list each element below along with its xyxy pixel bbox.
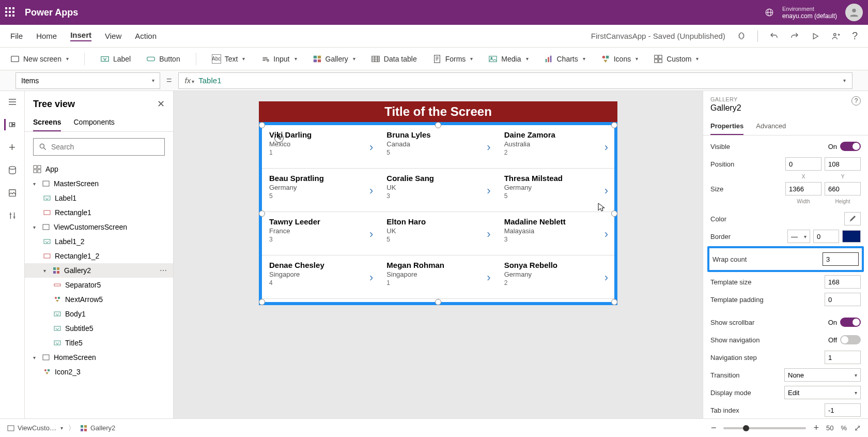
gallery-cell[interactable]: Megan Rohman Singapore 1 › — [379, 255, 497, 299]
chevron-right-icon[interactable]: › — [369, 228, 373, 241]
avatar[interactable] — [845, 4, 863, 21]
tree-node-subtitle5[interactable]: Subtitle5 — [25, 321, 173, 336]
border-style[interactable]: — ▾ — [787, 230, 810, 243]
gallery-dropdown[interactable]: Gallery▾ — [313, 54, 355, 64]
share-icon[interactable] — [831, 32, 841, 41]
hamburger-icon[interactable] — [7, 96, 18, 108]
close-icon[interactable]: ✕ — [157, 98, 165, 110]
tree-node-rect1[interactable]: Rectangle1 — [25, 205, 173, 220]
advanced-tools-icon[interactable] — [7, 210, 18, 221]
border-width[interactable]: 0 — [813, 230, 839, 243]
color-picker[interactable] — [844, 212, 861, 225]
help-icon[interactable]: ? — [851, 96, 861, 106]
chevron-right-icon[interactable]: › — [487, 184, 490, 198]
chevron-right-icon[interactable]: › — [605, 271, 608, 284]
menu-view[interactable]: View — [105, 32, 121, 40]
insert-pane-icon[interactable]: + — [7, 142, 18, 153]
app-launcher-icon[interactable] — [5, 7, 16, 18]
chevron-right-icon[interactable]: › — [605, 184, 608, 198]
gallery-cell[interactable]: Sonya Rebello Germany 2 › — [497, 255, 614, 299]
button-button[interactable]: Button — [146, 54, 180, 64]
gallery-cell[interactable]: Tawny Leeder France 3 › — [262, 212, 379, 255]
redo-icon[interactable] — [790, 32, 799, 41]
template-padding-input[interactable]: 0 — [825, 293, 861, 306]
gallery-cell[interactable]: Denae Chesley Singapore 4 › — [262, 255, 379, 299]
more-icon[interactable]: ⋯ — [160, 266, 168, 275]
media-dropdown[interactable]: Media▾ — [488, 54, 528, 64]
size-w-input[interactable]: 1366 — [785, 182, 822, 195]
tab-index-input[interactable]: -1 — [825, 403, 861, 417]
display-mode-select[interactable]: Edit▾ — [784, 386, 861, 399]
tab-advanced[interactable]: Advanced — [756, 118, 786, 135]
tree-node-label1-2[interactable]: Label1_2 — [25, 234, 173, 249]
zoom-out-icon[interactable]: − — [711, 423, 717, 433]
menu-home[interactable]: Home — [36, 32, 57, 40]
input-dropdown[interactable]: Input▾ — [260, 54, 297, 64]
charts-dropdown[interactable]: Charts▾ — [544, 54, 585, 64]
gallery-cell[interactable]: ✎ Viki Darling Mexico 1 › — [262, 125, 379, 169]
template-size-input[interactable]: 168 — [825, 275, 861, 289]
pos-y-input[interactable]: 108 — [825, 157, 861, 171]
play-icon[interactable] — [811, 32, 820, 41]
tree-node-sep5[interactable]: Separator5 — [25, 278, 173, 292]
tree-node-icon2-3[interactable]: Icon2_3 — [25, 365, 173, 379]
tree-node-nextarrow5[interactable]: NextArrow5 — [25, 292, 173, 307]
new-screen-button[interactable]: New screen▾ — [10, 54, 69, 64]
navigation-toggle[interactable] — [840, 335, 861, 344]
zoom-in-icon[interactable]: + — [813, 423, 819, 433]
gallery-cell[interactable]: Madaline Neblett Malayasia 3 › — [497, 212, 614, 255]
transition-select[interactable]: None▾ — [784, 368, 861, 382]
tab-components[interactable]: Components — [73, 114, 114, 131]
tree-search[interactable] — [33, 138, 165, 156]
datatable-button[interactable]: Data table — [371, 54, 417, 64]
breadcrumb-gallery[interactable]: Gallery2 — [80, 424, 115, 432]
tree-node-body1[interactable]: Body1 — [25, 307, 173, 321]
chevron-right-icon[interactable]: › — [487, 228, 490, 241]
chevron-right-icon[interactable]: › — [605, 141, 608, 154]
tab-screens[interactable]: Screens — [33, 114, 61, 131]
menu-action[interactable]: Action — [135, 32, 157, 40]
gallery-cell[interactable]: Daine Zamora Australia 2 › — [497, 125, 614, 169]
tree-node-title5[interactable]: Title5 — [25, 336, 173, 350]
tree-node-home[interactable]: ▾HomeScreen — [25, 350, 173, 365]
tree-node-viewcust[interactable]: ▾ViewCustomersScreen — [25, 220, 173, 234]
chevron-right-icon[interactable]: › — [369, 141, 373, 154]
size-h-input[interactable]: 660 — [825, 182, 861, 195]
tree-node-gallery2[interactable]: ▾Gallery2⋯ — [25, 263, 173, 278]
breadcrumb-screen[interactable]: ViewCusto…▾ — [7, 424, 63, 432]
help-icon[interactable]: ? — [852, 30, 858, 42]
scrollbar-toggle[interactable] — [840, 318, 861, 327]
app-checker-icon[interactable] — [737, 32, 746, 41]
wrap-count-input[interactable]: 3 — [823, 252, 859, 266]
label-button[interactable]: Label — [100, 54, 131, 64]
gallery-cell[interactable]: Coralie Sang UK 3 › — [379, 169, 497, 212]
chevron-right-icon[interactable]: › — [487, 271, 490, 284]
data-icon[interactable] — [7, 164, 18, 176]
formula-input[interactable]: fx▾ Table1 ▾ — [178, 72, 853, 89]
gallery-cell[interactable]: Bruna Lyles Canada 5 › — [379, 125, 497, 169]
icons-dropdown[interactable]: Icons▾ — [601, 54, 638, 64]
zoom-slider[interactable] — [723, 427, 806, 429]
border-color[interactable] — [842, 230, 861, 243]
visible-toggle[interactable] — [840, 142, 861, 151]
tree-node-app[interactable]: App — [25, 162, 173, 176]
text-dropdown[interactable]: AbcText▾ — [212, 54, 245, 64]
undo-icon[interactable] — [769, 32, 779, 41]
tree-node-master[interactable]: ▾MasterScreen — [25, 176, 173, 191]
menu-insert[interactable]: Insert — [70, 31, 91, 41]
gallery-cell[interactable]: Thresa Milstead Germany 5 › — [497, 169, 614, 212]
gallery-selection[interactable]: ✎ Viki Darling Mexico 1 › Bruna Lyles Ca… — [259, 122, 617, 305]
nav-step-input[interactable]: 1 — [825, 351, 861, 364]
tree-node-label1[interactable]: Label1 — [25, 191, 173, 205]
menu-file[interactable]: File — [10, 32, 23, 40]
chevron-right-icon[interactable]: › — [487, 141, 490, 154]
canvas[interactable]: Title of the Screen ✎ Viki Darling Mexic… — [174, 91, 703, 418]
custom-dropdown[interactable]: Custom▾ — [654, 54, 699, 64]
tree-node-rect1-2[interactable]: Rectangle1_2 — [25, 249, 173, 263]
fit-icon[interactable]: ⤢ — [854, 423, 861, 433]
chevron-right-icon[interactable]: › — [605, 228, 608, 241]
chevron-right-icon[interactable]: › — [369, 271, 373, 284]
media-pane-icon[interactable] — [7, 187, 18, 199]
tab-properties[interactable]: Properties — [710, 118, 743, 135]
pos-x-input[interactable]: 0 — [785, 157, 822, 171]
